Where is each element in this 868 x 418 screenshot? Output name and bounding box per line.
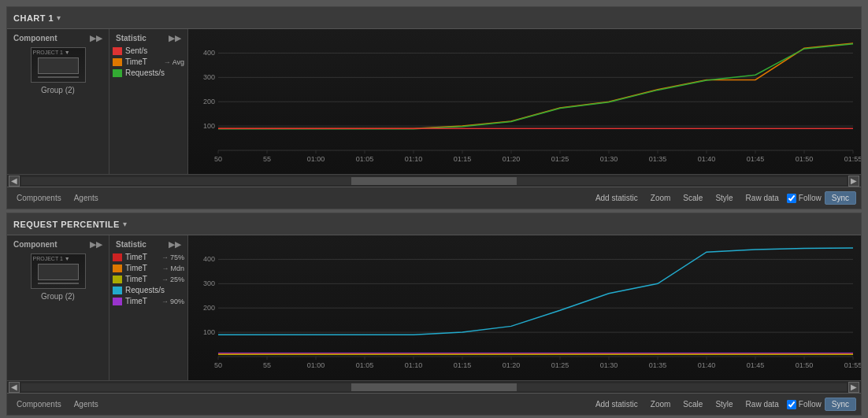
chart2-stat-4-value: 90% [170, 298, 184, 305]
chart2-stat-4-label: TimeT [125, 297, 160, 305]
chart1-stat-1-arrow: → [164, 58, 171, 66]
chart1-stat-0-color [113, 47, 122, 55]
chart1-component-header: Component ▶▶ [10, 32, 106, 44]
chart2-stat-0-color [113, 253, 122, 261]
chart2-stat-1-arrow: → [161, 264, 169, 272]
chart2-body: Component ▶▶ PROJECT 1 ▼ Group (2) Stati… [7, 235, 861, 380]
chart2-stat-3: Requests/s [113, 286, 184, 294]
chart1-stat-0-label: Sent/s [125, 46, 184, 55]
chart2-follow-text: Follow [799, 400, 822, 409]
chart2-stat-0-value: 75% [170, 253, 184, 261]
chart2-stat-2-label: TimeT [125, 275, 160, 283]
chart2-header: REQUEST PERCENTILE ▾ [7, 213, 861, 235]
chart2-stat-3-color [113, 287, 122, 294]
chart1-style-btn[interactable]: Style [710, 192, 737, 204]
chart2-follow-label[interactable]: Follow [787, 400, 822, 409]
chart2-sync-btn[interactable]: Sync [825, 398, 856, 411]
chart1-sync-btn[interactable]: Sync [825, 191, 856, 205]
chart2-chart-area [188, 235, 861, 380]
chart2-component-section: Component ▶▶ PROJECT 1 ▼ Group (2) [7, 235, 109, 380]
chart2-stat-4: TimeT → 90% [113, 297, 184, 305]
chart2-statistic-panel: Statistic ▶▶ TimeT → 75% TimeT → Mdn Tim… [109, 235, 188, 380]
chart1-component-label: Component [13, 34, 57, 43]
chart2-statistic-label: Statistic [116, 240, 147, 249]
chart1-follow-checkbox[interactable] [787, 194, 796, 203]
chart1-dropdown-icon[interactable]: ▾ [57, 13, 61, 22]
chart1-stat-2-label: Requests/s [125, 68, 184, 77]
chart2-stat-2: TimeT → 25% [113, 275, 184, 283]
chart1-component-section: Component ▶▶ PROJECT 1 ▼ Group (2) [7, 29, 109, 174]
chart2-component-expand-icon[interactable]: ▶▶ [90, 240, 102, 249]
chart2-statistic-expand-icon[interactable]: ▶▶ [169, 240, 181, 249]
chart2-tab-components[interactable]: Components [12, 398, 66, 410]
chart2-stat-2-arrow: → [161, 276, 169, 283]
chart2-component-header: Component ▶▶ [10, 239, 106, 250]
chart2-stat-1: TimeT → Mdn [113, 264, 184, 272]
chart1-statistic-panel: Statistic ▶▶ Sent/s TimeT → Avg Requests… [109, 29, 188, 174]
chart1-stat-2: Requests/s [113, 68, 184, 77]
chart1-follow-text: Follow [799, 194, 822, 202]
chart1-zoom-btn[interactable]: Zoom [646, 192, 676, 204]
chart1-statistic-header: Statistic ▶▶ [113, 32, 184, 44]
chart2-stat-3-label: Requests/s [125, 286, 184, 294]
chart1-component-thumbnail[interactable]: PROJECT 1 ▼ [31, 47, 86, 83]
chart2-add-statistic-btn[interactable]: Add statistic [591, 398, 643, 410]
chart2-panel: REQUEST PERCENTILE ▾ Component ▶▶ PROJEC… [6, 213, 862, 416]
chart1-canvas [188, 29, 861, 174]
chart1-tab-components[interactable]: Components [12, 192, 66, 204]
chart1-stat-1-label: TimeT [125, 57, 162, 66]
chart1-statistic-label: Statistic [116, 34, 147, 43]
chart1-follow-label[interactable]: Follow [787, 194, 822, 203]
chart1-stat-1-value: Avg [172, 58, 184, 66]
chart2-zoom-btn[interactable]: Zoom [646, 398, 676, 410]
chart2-stat-0: TimeT → 75% [113, 253, 184, 261]
chart2-follow-checkbox[interactable] [787, 400, 796, 409]
chart2-stat-1-label: TimeT [125, 264, 160, 272]
chart2-stat-1-color [113, 264, 122, 272]
chart1-scroll-track[interactable] [21, 177, 847, 185]
chart1-footer: Components Agents Add statistic Zoom Sca… [7, 187, 861, 209]
chart2-stat-1-value: Mdn [170, 264, 184, 272]
chart1-title: CHART 1 [13, 13, 54, 23]
chart2-scroll-thumb [351, 383, 517, 391]
chart1-scroll-left[interactable]: ◀ [9, 176, 20, 187]
chart2-footer: Components Agents Add statistic Zoom Sca… [7, 393, 861, 415]
chart2-scale-btn[interactable]: Scale [678, 398, 707, 410]
chart2-scroll-right[interactable]: ▶ [848, 382, 859, 393]
chart2-statistic-header: Statistic ▶▶ [113, 239, 184, 250]
chart2-tab-agents[interactable]: Agents [69, 398, 103, 410]
chart1-scroll-thumb [351, 177, 517, 185]
chart1-scale-btn[interactable]: Scale [678, 192, 707, 204]
chart1-statistic-expand-icon[interactable]: ▶▶ [169, 34, 181, 43]
chart1-component-expand-icon[interactable]: ▶▶ [90, 34, 102, 43]
chart1-scrollbar: ◀ ▶ [7, 174, 861, 187]
chart1-stat-2-color [113, 69, 122, 77]
chart2-scroll-track[interactable] [21, 383, 847, 391]
chart2-stat-2-color [113, 276, 122, 283]
chart1-stat-1-color [113, 58, 122, 66]
chart2-stat-0-arrow: → [161, 253, 169, 261]
chart2-scroll-left[interactable]: ◀ [9, 382, 20, 393]
chart2-stat-4-color [113, 298, 122, 305]
chart1-group-label: Group (2) [10, 86, 106, 94]
chart2-style-btn[interactable]: Style [710, 398, 737, 410]
chart1-panel: CHART 1 ▾ Component ▶▶ PROJECT 1 ▼ Group… [6, 6, 862, 209]
chart2-stat-4-arrow: → [161, 298, 169, 305]
chart2-canvas [188, 235, 861, 380]
chart1-chart-area [188, 29, 861, 174]
chart1-scroll-right[interactable]: ▶ [848, 176, 859, 187]
chart2-component-label: Component [13, 240, 57, 249]
chart1-stat-1: TimeT → Avg [113, 57, 184, 66]
chart2-component-thumbnail[interactable]: PROJECT 1 ▼ [31, 253, 86, 289]
chart1-tab-agents[interactable]: Agents [69, 192, 103, 204]
chart1-header: CHART 1 ▾ [7, 7, 861, 29]
chart1-add-statistic-btn[interactable]: Add statistic [591, 192, 643, 204]
chart2-title: REQUEST PERCENTILE [13, 220, 120, 229]
chart1-body: Component ▶▶ PROJECT 1 ▼ Group (2) Stati… [7, 29, 861, 174]
chart2-raw-data-btn[interactable]: Raw data [741, 398, 784, 410]
chart1-raw-data-btn[interactable]: Raw data [741, 192, 784, 204]
chart2-group-label: Group (2) [10, 292, 106, 301]
chart1-stat-0: Sent/s [113, 46, 184, 55]
chart2-stat-2-value: 25% [170, 276, 184, 283]
chart2-dropdown-icon[interactable]: ▾ [123, 220, 127, 228]
